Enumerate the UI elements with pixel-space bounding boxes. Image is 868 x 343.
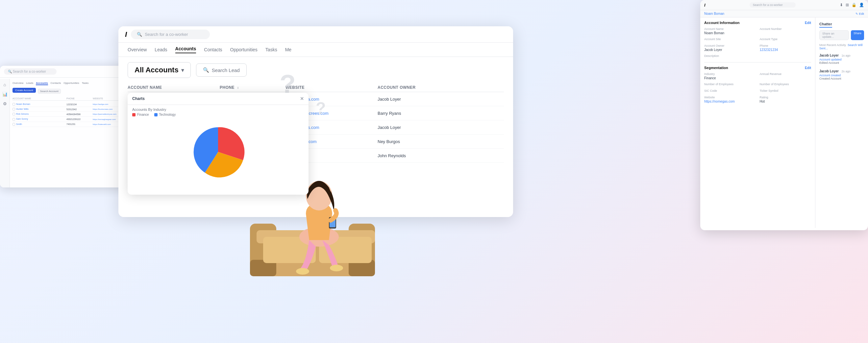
field-phone: Phone 1232321234 xyxy=(760,44,811,52)
field-account-type: Account Type xyxy=(760,37,811,41)
main-topbar: I 🔍 Search for a co-worker xyxy=(118,26,513,43)
chart-topbar: Charts ✕ xyxy=(128,93,309,105)
user-avatar[interactable]: 👤 xyxy=(859,3,864,7)
svg-rect-4 xyxy=(349,260,375,276)
legend-dot-finance xyxy=(132,113,135,117)
table-row: Hunter Wills 52312342 https://huntscrees… xyxy=(12,107,126,112)
rp-logo: I xyxy=(704,3,706,7)
chatter-entry: Jacob Loyer 1s ago Account updated Edite… xyxy=(819,52,864,64)
legend-item-technology: Technology xyxy=(154,113,176,117)
svg-rect-2 xyxy=(349,224,375,276)
svg-rect-7 xyxy=(319,237,372,263)
svg-point-9 xyxy=(296,268,309,275)
back-window: 🔍 Search for a co-worker ⌂ 📊 ⚙ Overview … xyxy=(0,66,128,187)
chatter-input[interactable]: Share an update... xyxy=(819,30,849,40)
download-icon[interactable]: ⬇ xyxy=(840,3,843,7)
field-rating: Rating Hot xyxy=(760,96,811,103)
field-account-number: Account Number xyxy=(760,27,811,35)
legend-item-finance: Finance xyxy=(132,113,149,117)
search-icon: 🔍 xyxy=(137,32,142,37)
rp-topbar: I Search for a co-worker ⬇ ⊞ 🔒 👤 xyxy=(700,0,868,10)
search-account-input[interactable]: Search Account xyxy=(38,89,61,94)
question-mark-2: ? xyxy=(316,99,326,118)
rp-chatter-panel: Chatter Share an update... Share Most Re… xyxy=(815,18,868,228)
search-icon: 🔍 xyxy=(203,67,209,73)
account-info-grid: Account Name Noam Boman Account Number A… xyxy=(704,27,811,58)
segmentation-section: Segmentation Edit xyxy=(704,66,811,70)
app-logo: I xyxy=(125,30,127,39)
chatter-entry: Jacob Loyer 2s ago Account created Creat… xyxy=(819,68,864,80)
nav-item-leads[interactable]: Leads xyxy=(155,47,167,52)
nav-item-tasks[interactable]: Tasks xyxy=(266,47,277,52)
field-num-employees: Number of Employees xyxy=(704,83,756,87)
nav-item-me[interactable]: Me xyxy=(285,47,291,52)
svg-point-10 xyxy=(330,265,343,271)
chevron-down-icon: ▾ xyxy=(181,67,184,73)
legend-dot-technology xyxy=(154,113,158,117)
back-win-sidebar: ⌂ 📊 ⚙ xyxy=(0,79,10,187)
table-row: Rob Simons 40584284596 https://jaernalde… xyxy=(12,112,126,117)
right-panel: I Search for a co-worker ⬇ ⊞ 🔒 👤 Noam Bo… xyxy=(700,0,868,230)
rp-left-panel: Account Information Edit Account Name No… xyxy=(700,18,815,228)
svg-rect-0 xyxy=(256,237,375,276)
account-info-edit-btn[interactable]: Edit xyxy=(805,21,811,25)
chart-subtitle: Accounts By Industry xyxy=(128,105,309,113)
main-toolbar: All Accounts ▾ 🔍 Search Lead xyxy=(118,57,513,83)
field-description: Description xyxy=(704,54,756,58)
nav-item-contacts[interactable]: Contacts xyxy=(204,47,222,52)
chatter-tab[interactable]: Chatter xyxy=(819,22,832,28)
settings-icon[interactable]: ⚙ xyxy=(3,101,7,106)
chatter-share-button[interactable]: Share xyxy=(851,30,864,40)
back-win-table-header: ACCOUNT NAME PHONE WEBSITE xyxy=(12,97,126,101)
field-num-employees-2: Number of Employees xyxy=(760,83,811,87)
nav-item-opportunities[interactable]: Opportunities xyxy=(230,47,257,52)
chart-title: Charts xyxy=(132,96,145,101)
back-win-nav: Overview Leads Accounts Contacts Opportu… xyxy=(12,82,126,85)
close-icon[interactable]: ✕ xyxy=(300,96,304,101)
segmentation-edit-btn[interactable]: Edit xyxy=(805,66,811,70)
rp-search-bar[interactable]: Search for a co-worker xyxy=(750,2,796,7)
back-win-search[interactable]: 🔍 Search for a co-worker xyxy=(4,68,57,75)
segmentation-grid: Industry Finance Annual Revenue Number o… xyxy=(704,72,811,103)
main-nav: Overview Leads Accounts Contacts Opportu… xyxy=(118,43,513,57)
nav-item-accounts[interactable]: Accounts xyxy=(175,46,196,53)
chart-area xyxy=(128,119,309,185)
chatter-recent-label: Most Recent Activity Search Will Sent... xyxy=(819,43,864,50)
pie-chart xyxy=(190,124,246,180)
chatter-share-row: Share an update... Share xyxy=(819,30,864,40)
breadcrumb-text: Noam Boman xyxy=(704,12,724,15)
svg-rect-1 xyxy=(250,224,276,276)
field-ticker-symbol: Ticker Symbol xyxy=(760,89,811,93)
back-win-content: Overview Leads Accounts Contacts Opportu… xyxy=(10,79,128,187)
svg-rect-5 xyxy=(256,230,375,243)
edit-link[interactable]: ✎ Edit xyxy=(856,12,864,15)
chart-icon[interactable]: 📊 xyxy=(2,92,7,97)
grid-icon[interactable]: ⊞ xyxy=(846,3,849,7)
all-accounts-button[interactable]: All Accounts ▾ xyxy=(128,62,191,78)
rp-breadcrumb: Noam Boman ✎ Edit xyxy=(700,10,868,18)
field-industry: Industry Finance xyxy=(704,72,756,80)
svg-rect-13 xyxy=(330,218,336,227)
field-account-name: Account Name Noam Boman xyxy=(704,27,756,35)
table-row: Sam Sonny 49321239122 https://nemeglowge… xyxy=(12,117,126,122)
table-row: Noam Boman 12232134 https://asdga.com xyxy=(12,102,126,107)
field-website: Website https://nomegas.com xyxy=(704,96,756,103)
field-account-site: Account Site xyxy=(704,37,756,41)
field-sic-code: SIC Code xyxy=(704,89,756,93)
chart-legend: Finance Technology xyxy=(128,113,309,119)
lock-icon[interactable]: 🔒 xyxy=(851,3,857,7)
search-lead-input[interactable]: 🔍 Search Lead xyxy=(196,63,247,76)
field-annual-revenue: Annual Revenue xyxy=(760,72,811,80)
field-account-owner: Account Owner Jacob Loyer xyxy=(704,44,756,52)
main-search-bar[interactable]: 🔍 Search for a co-worker xyxy=(131,30,210,39)
svg-point-8 xyxy=(299,227,339,247)
svg-rect-12 xyxy=(329,217,336,228)
table-header: ACCOUNT NAME PHONE ↕ WEBSITE ACCOUNT OWN… xyxy=(128,83,504,92)
nav-item-overview[interactable]: Overview xyxy=(128,47,147,52)
home-icon[interactable]: ⌂ xyxy=(4,82,6,87)
create-account-btn[interactable]: Create Account xyxy=(12,88,36,93)
back-win-topbar: 🔍 Search for a co-worker xyxy=(0,66,128,77)
svg-rect-6 xyxy=(263,237,316,263)
table-row: Smith 7431231 https://haleowfd.com xyxy=(12,122,126,127)
account-info-section: Account Information Edit xyxy=(704,21,811,25)
